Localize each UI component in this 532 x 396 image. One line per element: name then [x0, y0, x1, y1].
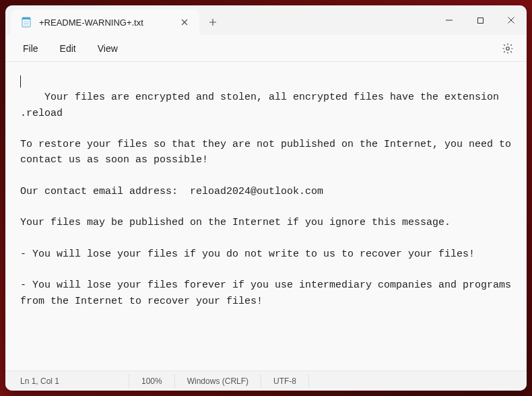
- status-line-endings: Windows (CRLF): [175, 374, 261, 388]
- window-controls: [434, 5, 527, 35]
- svg-rect-10: [477, 18, 483, 23]
- text-editor-area[interactable]: Your files are encrypted and stolen, all…: [5, 62, 527, 370]
- svg-rect-1: [22, 18, 30, 20]
- settings-button[interactable]: [496, 36, 520, 61]
- statusbar: Ln 1, Col 1 100% Windows (CRLF) UTF-8: [5, 370, 527, 391]
- status-encoding: UTF-8: [261, 374, 309, 388]
- status-cursor-position: Ln 1, Col 1: [8, 374, 129, 388]
- document-text: Your files are encrypted and stolen, all…: [20, 92, 517, 306]
- svg-point-13: [506, 46, 510, 50]
- notepad-icon: [20, 16, 32, 28]
- menu-edit[interactable]: Edit: [49, 39, 87, 58]
- minimize-button[interactable]: [434, 5, 465, 35]
- maximize-button[interactable]: [465, 5, 496, 35]
- text-caret: [20, 75, 21, 88]
- menu-view[interactable]: View: [87, 39, 129, 58]
- close-window-button[interactable]: [496, 5, 527, 35]
- close-tab-button[interactable]: [179, 17, 190, 28]
- titlebar: +README-WARNING+.txt: [5, 5, 527, 35]
- new-tab-button[interactable]: [199, 9, 226, 35]
- document-tab-title: +README-WARNING+.txt: [39, 18, 172, 28]
- titlebar-drag-area[interactable]: [226, 5, 434, 35]
- menu-file[interactable]: File: [12, 39, 49, 58]
- notepad-window: +README-WARNING+.txt File Edit View: [5, 5, 527, 391]
- document-tab[interactable]: +README-WARNING+.txt: [11, 9, 199, 35]
- status-zoom[interactable]: 100%: [129, 374, 175, 388]
- menubar: File Edit View: [5, 35, 527, 62]
